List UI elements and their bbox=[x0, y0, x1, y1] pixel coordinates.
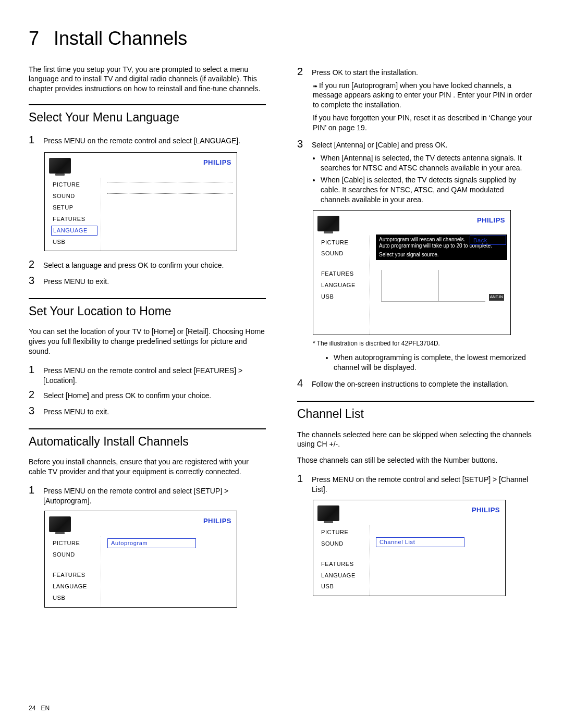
heading-select-language: Select Your Menu Language bbox=[29, 104, 266, 126]
osd-channel-list-selected: Channel List bbox=[376, 537, 464, 547]
step2-forgot-pin: If you have forgotten your PIN, reset it… bbox=[313, 113, 534, 133]
step-text: Press MENU on the remote control and sel… bbox=[312, 474, 534, 495]
osd-item-language: LANGUAGE bbox=[320, 571, 366, 581]
step-number: 3 bbox=[29, 274, 36, 288]
step-number: 2 bbox=[29, 257, 36, 272]
step-number: 1 bbox=[297, 472, 304, 486]
step-text: Press MENU to exit. bbox=[43, 406, 266, 417]
step-number: 3 bbox=[297, 137, 304, 151]
heading-auto-install: Automatically Install Channels bbox=[29, 428, 266, 450]
step-number: 2 bbox=[297, 65, 304, 79]
osd-channel-list: PHILIPS PICTURE SOUND FEATURES LANGUAGE … bbox=[313, 500, 506, 596]
step-text: Press MENU on the remote control and sel… bbox=[43, 135, 266, 146]
channel-list-intro2: Those channels can still be selected wit… bbox=[297, 455, 534, 465]
brand-logo: PHILIPS bbox=[203, 155, 231, 167]
osd-item-setup: SETUP bbox=[51, 203, 97, 213]
brand-logo: PHILIPS bbox=[472, 502, 500, 515]
step-text: Press OK to start the installation. bbox=[312, 67, 534, 78]
step-number: 3 bbox=[29, 404, 36, 418]
brand-logo: PHILIPS bbox=[203, 513, 231, 526]
bullet-antenna: When [Antenna] is selected, the TV detec… bbox=[321, 153, 529, 173]
step-number: 1 bbox=[29, 363, 36, 377]
left-column: The ﬁrst time you setup your TV, you are… bbox=[29, 65, 266, 614]
heading-set-location: Set Your Location to Home bbox=[29, 298, 266, 319]
osd-autoprogram-menu: PHILIPS PICTURE SOUND FEATURES LANGUAGE … bbox=[44, 511, 237, 607]
auto-intro: Before you install channels, ensure that… bbox=[29, 457, 266, 477]
page-lang: EN bbox=[41, 705, 50, 712]
bullet-cable: When [Cable] is selected, the TV detects… bbox=[321, 175, 529, 205]
osd-item-usb: USB bbox=[51, 593, 97, 603]
osd-item-sound: SOUND bbox=[51, 550, 97, 560]
osd-item-usb: USB bbox=[320, 292, 366, 302]
location-intro: You can set the location of your TV to [… bbox=[29, 327, 266, 356]
ant-in-label: ANT.IN bbox=[489, 294, 504, 301]
osd-autoprogram-selected: Autoprogram bbox=[107, 538, 196, 548]
osd-item-picture: PICTURE bbox=[51, 180, 97, 190]
step-text: Select a language and press OK to conﬁrm… bbox=[43, 260, 266, 270]
chapter-heading: 7Install Channels bbox=[29, 26, 534, 52]
illustration-caption: * The illustration is discribed for 42PF… bbox=[313, 339, 534, 348]
osd-language-menu: PHILIPS PICTURE SOUND SETUP FEATURES LAN… bbox=[44, 152, 237, 251]
osd-item-features: FEATURES bbox=[320, 559, 366, 569]
osd-item-features: FEATURES bbox=[51, 214, 97, 224]
step-number: 1 bbox=[29, 133, 36, 147]
tv-icon bbox=[317, 216, 339, 231]
step-number: 1 bbox=[29, 483, 36, 497]
brand-logo: PHILIPS bbox=[477, 213, 505, 225]
step2-arrow-note: If you run [Autoprogram] when you have l… bbox=[313, 81, 534, 110]
chapter-title: Install Channels bbox=[54, 28, 187, 49]
osd-item-language: LANGUAGE bbox=[320, 280, 366, 290]
wiring-diagram: ANT.IN bbox=[376, 265, 506, 314]
osd-item-picture: PICTURE bbox=[320, 527, 366, 537]
step-number: 4 bbox=[297, 376, 304, 390]
bullet-after-autoprogram: When autoprogramming is complete, the lo… bbox=[334, 353, 529, 373]
channel-list-intro1: The channels selected here can be skippe… bbox=[297, 430, 534, 450]
osd-item-language-selected: LANGUAGE bbox=[51, 226, 97, 236]
page-footer: 24 EN bbox=[29, 704, 50, 712]
heading-channel-list: Channel List bbox=[297, 401, 534, 422]
step-number: 2 bbox=[29, 388, 36, 402]
page-number: 24 bbox=[29, 705, 35, 712]
tv-icon bbox=[49, 158, 71, 174]
right-column: 2 Press OK to start the installation. If… bbox=[297, 65, 534, 614]
osd-item-picture: PICTURE bbox=[51, 538, 97, 548]
tv-icon bbox=[317, 505, 339, 521]
step-text: Press MENU on the remote control and sel… bbox=[43, 485, 266, 506]
step-text: Press MENU to exit. bbox=[43, 276, 266, 287]
osd-item-sound: SOUND bbox=[320, 249, 366, 258]
osd-signal-source: PHILIPS PICTURE SOUND FEATURES LANGUAGE … bbox=[313, 210, 511, 335]
step-text: Select [Home] and press OK to conﬁrm you… bbox=[43, 390, 266, 401]
osd-item-features: FEATURES bbox=[51, 570, 97, 580]
step-text: Press MENU on the remote control and sel… bbox=[43, 365, 266, 386]
tv-icon bbox=[49, 516, 71, 532]
osd-item-features: FEATURES bbox=[320, 269, 366, 279]
osd-item-usb: USB bbox=[320, 582, 366, 591]
msg-line3: Select your signal source. bbox=[379, 252, 504, 258]
osd-item-language: LANGUAGE bbox=[51, 582, 97, 591]
osd-item-usb: USB bbox=[51, 237, 97, 247]
osd-item-sound: SOUND bbox=[320, 539, 366, 549]
osd-item-sound: SOUND bbox=[51, 191, 97, 201]
step-text: Select [Antenna] or [Cable] and press OK… bbox=[312, 139, 534, 150]
intro-paragraph: The ﬁrst time you setup your TV, you are… bbox=[29, 65, 266, 94]
osd-item-picture: PICTURE bbox=[320, 238, 366, 248]
osd-back-option: Back bbox=[470, 236, 506, 245]
chapter-number: 7 bbox=[29, 28, 39, 49]
step-text: Follow the on-screen instructions to com… bbox=[312, 378, 534, 389]
